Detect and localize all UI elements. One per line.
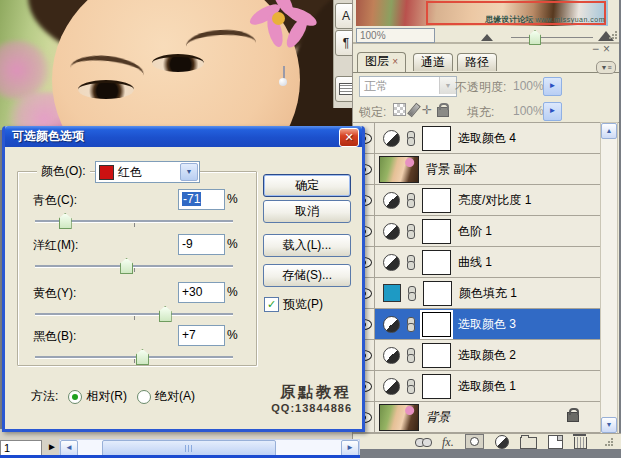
checkbox-check-icon[interactable]: ✓ — [264, 297, 279, 312]
layer-row[interactable]: 选取颜色 1 — [353, 371, 601, 402]
layer-name[interactable]: 背景 — [426, 409, 450, 426]
resize-grip[interactable] — [608, 30, 618, 40]
cyan-slider[interactable] — [35, 220, 233, 223]
tab-channels[interactable]: 通道 — [413, 53, 453, 71]
magenta-slider[interactable] — [35, 265, 233, 268]
layer-row[interactable]: 颜色填充 1 — [353, 278, 601, 309]
scroll-down-icon[interactable]: ▼ — [601, 417, 617, 433]
new-layer-icon[interactable] — [548, 435, 563, 449]
lock-all-icon[interactable] — [437, 107, 449, 117]
layers-scrollbar[interactable]: ▲ ▼ — [600, 122, 618, 434]
yellow-value-field[interactable]: +30 — [178, 282, 225, 303]
layer-thumbnail[interactable] — [379, 404, 419, 431]
lock-label: 锁定: — [359, 104, 386, 121]
layer-name[interactable]: 颜色填充 1 — [459, 285, 517, 302]
blend-mode-select[interactable]: 正常 ▼ — [359, 76, 457, 97]
save-button[interactable]: 存储(S)... — [263, 264, 351, 287]
black-value-field[interactable]: +7 — [178, 325, 225, 346]
preview-checkbox[interactable]: ✓ 预览(P) — [264, 296, 323, 313]
yellow-slider-thumb[interactable] — [159, 306, 172, 322]
navigator-thumbnail[interactable]: 思缘设计论坛 www.missyuan.com — [356, 0, 608, 26]
layer-name[interactable]: 色阶 1 — [458, 223, 492, 240]
layer-mask-thumbnail[interactable] — [422, 250, 451, 275]
layer-mask-thumbnail[interactable] — [422, 343, 451, 368]
link-icon — [407, 193, 415, 208]
zoom-out-icon[interactable] — [481, 34, 493, 41]
layer-row[interactable]: 亮度/对比度 1 — [353, 185, 601, 216]
radio-icon[interactable] — [137, 390, 151, 404]
palette-menu-button[interactable]: ▼≡ — [596, 61, 616, 74]
locked-icon — [567, 412, 579, 422]
layer-row[interactable]: 曲线 1 — [353, 247, 601, 278]
paragraph-icon: ¶ — [343, 36, 349, 50]
yellow-slider[interactable] — [35, 313, 233, 316]
absolute-radio[interactable]: 绝对(A) — [137, 388, 195, 405]
yellow-label: 黄色(Y): — [33, 285, 76, 302]
resize-grip[interactable] — [604, 437, 614, 447]
load-button[interactable]: 载入(L)... — [263, 234, 351, 257]
credit-title: 原點教程 — [271, 383, 352, 402]
color-select[interactable]: 红色 ▼ — [95, 161, 200, 183]
layer-name[interactable]: 背景 副本 — [426, 161, 477, 178]
navigator-zoom-field[interactable]: 100% — [356, 28, 435, 43]
layer-name[interactable]: 亮度/对比度 1 — [458, 192, 531, 209]
chevron-down-icon[interactable]: ▼ — [439, 77, 456, 94]
cancel-button[interactable]: 取消 — [263, 200, 351, 223]
layer-name[interactable]: 选取颜色 2 — [458, 347, 516, 364]
layer-row[interactable]: 背景 副本 — [353, 154, 601, 185]
cyan-control: 青色(C): -71 % — [33, 192, 235, 234]
eye-right — [152, 54, 204, 72]
layer-row[interactable]: 选取颜色 2 — [353, 340, 601, 371]
layer-mask-thumbnail[interactable] — [422, 126, 451, 151]
cyan-slider-thumb[interactable] — [59, 213, 72, 229]
layer-style-icon[interactable]: fx. — [442, 437, 454, 447]
layer-thumbnail[interactable] — [379, 156, 419, 183]
ok-button[interactable]: 确定 — [263, 174, 351, 197]
fill-value[interactable]: 100% — [513, 104, 544, 118]
navigator-zoom-slider[interactable] — [511, 37, 593, 38]
radio-selected-icon[interactable] — [68, 390, 82, 404]
magenta-slider-thumb[interactable] — [120, 258, 133, 274]
chevron-down-icon[interactable]: ▼ — [180, 163, 198, 181]
layer-row-selected[interactable]: 选取颜色 3 — [353, 309, 601, 340]
layer-name[interactable]: 选取颜色 4 — [458, 130, 516, 147]
new-group-icon[interactable] — [520, 437, 537, 449]
document-icon — [339, 83, 353, 95]
layer-mask-thumbnail[interactable] — [422, 374, 451, 399]
opacity-arrow-button[interactable]: ► — [543, 77, 562, 96]
tab-layers[interactable]: 图层 × — [357, 52, 406, 72]
dialog-titlebar[interactable]: 可选颜色选项 ✕ — [5, 126, 362, 147]
fill-arrow-button[interactable]: ► — [543, 102, 562, 121]
close-icon[interactable]: ✕ — [339, 128, 359, 147]
layer-mask-thumbnail[interactable] — [422, 188, 451, 213]
tab-close-icon[interactable]: × — [392, 56, 398, 67]
layer-row-background[interactable]: 背景 — [353, 402, 601, 433]
relative-radio[interactable]: 相对(R) — [68, 388, 127, 405]
layer-mask-thumbnail[interactable] — [422, 219, 451, 244]
opacity-value[interactable]: 100% — [513, 79, 544, 93]
scroll-up-icon[interactable]: ▲ — [601, 123, 617, 139]
add-layer-mask-icon[interactable] — [465, 434, 484, 449]
fill-color-swatch[interactable] — [383, 284, 401, 302]
black-slider-thumb[interactable] — [136, 349, 149, 365]
layer-mask-thumbnail[interactable] — [423, 281, 452, 306]
layer-mask-thumbnail[interactable] — [422, 312, 451, 337]
lock-position-icon[interactable]: ✛ — [422, 104, 432, 116]
navigator-zoom-handle[interactable] — [529, 30, 541, 45]
black-slider[interactable] — [35, 356, 233, 359]
tab-paths[interactable]: 路径 — [457, 53, 497, 71]
link-layers-icon[interactable] — [415, 438, 431, 446]
lock-transparency-icon[interactable] — [393, 103, 406, 116]
delete-layer-icon[interactable] — [574, 437, 587, 449]
layer-row[interactable]: 选取颜色 4 — [353, 123, 601, 154]
layer-name[interactable]: 选取颜色 1 — [458, 378, 516, 395]
layer-name[interactable]: 选取颜色 3 — [458, 316, 516, 333]
layer-row[interactable]: 色阶 1 — [353, 216, 601, 247]
lock-pixels-icon[interactable] — [407, 102, 421, 117]
new-adjustment-layer-icon[interactable] — [495, 435, 509, 449]
lock-icons: ✛ — [393, 102, 449, 117]
cyan-value-field[interactable]: -71 — [178, 189, 225, 210]
status-arrow-icon[interactable]: ► — [47, 441, 57, 452]
layer-name[interactable]: 曲线 1 — [458, 254, 492, 271]
magenta-value-field[interactable]: -9 — [178, 234, 225, 255]
